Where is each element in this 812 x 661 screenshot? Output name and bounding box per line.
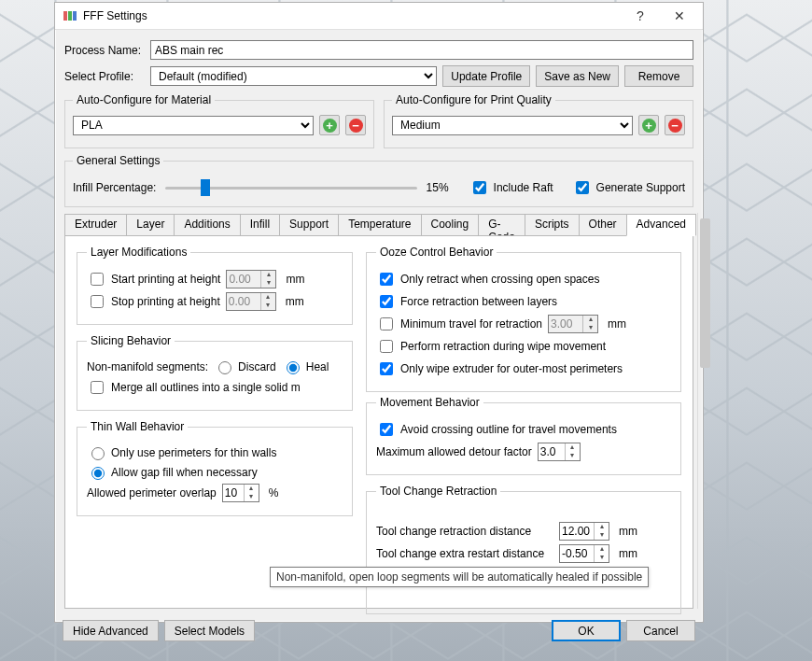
minus-icon: − (349, 119, 363, 133)
tab-gcode[interactable]: G-Code (478, 214, 525, 236)
toolchange-legend: Tool Change Retraction (376, 485, 500, 498)
advanced-tab-body: Layer Modifications Start printing at he… (64, 235, 693, 609)
min-travel-check[interactable]: Minimum travel for retraction (376, 315, 542, 333)
tc-extra-label: Tool change extra restart distance (376, 547, 553, 560)
unit-mm: mm (619, 547, 637, 560)
merge-outlines-check[interactable]: Merge all outlines into a single solid m (87, 378, 301, 397)
tab-temperature[interactable]: Temperature (338, 214, 421, 236)
thinwall-legend: Thin Wall Behavior (87, 420, 188, 433)
help-button[interactable]: ? (621, 3, 660, 29)
include-raft-label: Include Raft (494, 181, 553, 194)
svg-rect-2 (73, 11, 77, 21)
stop-height-label: Stop printing at height (111, 295, 220, 308)
tc-extra-value[interactable]: ▴▾ (559, 544, 609, 563)
ooze-legend: Ooze Control Behavior (376, 246, 497, 259)
overlap-value[interactable]: ▴▾ (222, 484, 259, 502)
force-retraction-check[interactable]: Force retraction between layers (376, 292, 557, 311)
retract-open-check[interactable]: Only retract when crossing open spaces (376, 270, 599, 288)
tab-cooling[interactable]: Cooling (421, 214, 480, 236)
tab-scripts[interactable]: Scripts (525, 214, 580, 236)
material-select[interactable]: PLA (73, 116, 314, 135)
titlebar: FFF Settings ? ✕ (55, 3, 703, 30)
movement-legend: Movement Behavior (376, 396, 483, 409)
heal-radio[interactable]: Heal (282, 359, 329, 374)
heal-tooltip: Non-manifold, open loop segments will be… (270, 567, 649, 587)
save-as-new-button[interactable]: Save as New (536, 65, 619, 87)
close-button[interactable]: ✕ (660, 3, 699, 29)
layer-modifications-group: Layer Modifications Start printing at he… (77, 246, 353, 325)
slider-thumb[interactable] (201, 179, 210, 196)
discard-radio[interactable]: Discard (214, 359, 276, 374)
start-height-value[interactable]: ▴▾ (226, 270, 276, 288)
perform-wipe-check[interactable]: Perform retraction during wipe movement (376, 337, 606, 356)
stop-height-value[interactable]: ▴▾ (226, 292, 276, 311)
auto-quality-legend: Auto-Configure for Print Quality (392, 93, 555, 106)
profile-select[interactable]: Default (modified) (150, 66, 437, 86)
start-height-label: Start printing at height (111, 273, 220, 286)
tc-dist-label: Tool change retraction distance (376, 525, 553, 538)
scrollbar-thumb[interactable] (700, 218, 710, 368)
layer-mods-legend: Layer Modifications (87, 246, 190, 259)
add-quality-button[interactable]: + (638, 115, 659, 135)
remove-profile-button[interactable]: Remove (624, 65, 693, 87)
movement-behavior-group: Movement Behavior Avoid crossing outline… (366, 396, 681, 475)
slicing-legend: Slicing Behavior (87, 334, 175, 347)
slicing-behavior-group: Slicing Behavior Non-manifold segments: … (77, 334, 353, 411)
tool-change-group: Tool Change Retraction Tool change retra… (366, 485, 681, 614)
auto-material-legend: Auto-Configure for Material (73, 93, 215, 106)
infill-label: Infill Percentage: (73, 181, 156, 194)
auto-quality-group: Auto-Configure for Print Quality Medium … (384, 93, 693, 148)
thinwall-gapfill-radio[interactable]: Allow gap fill when necessary (87, 464, 258, 480)
merge-outlines-label: Merge all outlines into a single solid m (111, 381, 301, 394)
infill-slider[interactable] (165, 187, 416, 190)
tab-advanced[interactable]: Advanced (626, 214, 696, 236)
percent-unit: % (269, 486, 279, 499)
tab-area: Extruder Layer Additions Infill Support … (64, 213, 693, 609)
nonmanifold-label: Non-manifold segments: (87, 360, 208, 373)
start-height-check[interactable]: Start printing at height (87, 270, 220, 288)
tab-extruder[interactable]: Extruder (64, 214, 127, 236)
detour-label: Maximum allowed detour factor (376, 445, 532, 458)
tab-layer[interactable]: Layer (126, 214, 175, 236)
infill-value: 15% (427, 181, 460, 194)
tab-additions[interactable]: Additions (174, 214, 240, 236)
auto-material-group: Auto-Configure for Material PLA + − (64, 93, 374, 148)
generate-support-label: Generate Support (596, 181, 685, 194)
plus-icon: + (642, 119, 656, 133)
update-profile-button[interactable]: Update Profile (442, 65, 530, 87)
select-profile-label: Select Profile: (64, 70, 145, 83)
minus-icon: − (668, 119, 682, 133)
thin-wall-group: Thin Wall Behavior Only use perimeters f… (77, 420, 353, 516)
remove-material-button[interactable]: − (345, 115, 366, 135)
unit-mm: mm (286, 273, 304, 286)
avoid-outline-check[interactable]: Avoid crossing outline for travel moveme… (376, 420, 617, 439)
unit-mm: mm (608, 317, 626, 330)
quality-select[interactable]: Medium (392, 116, 633, 135)
detour-value[interactable]: ▴▾ (538, 443, 581, 461)
ooze-control-group: Ooze Control Behavior Only retract when … (366, 246, 681, 392)
add-material-button[interactable]: + (319, 115, 340, 135)
dialog-body: Process Name: Select Profile: Default (m… (55, 30, 703, 614)
remove-quality-button[interactable]: − (665, 115, 685, 135)
tab-infill[interactable]: Infill (240, 214, 280, 236)
tab-other[interactable]: Other (579, 214, 627, 236)
tc-dist-value[interactable]: ▴▾ (559, 522, 609, 541)
window-title: FFF Settings (83, 9, 621, 22)
general-settings-group: General Settings Infill Percentage: 15% … (64, 154, 693, 207)
tab-bar: Extruder Layer Additions Infill Support … (64, 213, 693, 235)
fff-settings-dialog: FFF Settings ? ✕ Process Name: Select Pr… (54, 2, 704, 623)
general-settings-legend: General Settings (73, 154, 163, 167)
process-name-label: Process Name: (64, 44, 145, 57)
include-raft-check[interactable]: Include Raft (469, 178, 553, 197)
plus-icon: + (323, 119, 337, 133)
vertical-scrollbar[interactable] (697, 213, 698, 609)
min-travel-value[interactable]: ▴▾ (548, 315, 598, 333)
wipe-outer-check[interactable]: Only wipe extruder for outer-most perime… (376, 359, 623, 378)
stop-height-check[interactable]: Stop printing at height (87, 292, 220, 311)
overlap-label: Allowed perimeter overlap (87, 486, 217, 499)
thinwall-perimeters-radio[interactable]: Only use perimeters for thin walls (87, 444, 276, 460)
process-name-input[interactable] (150, 40, 693, 60)
generate-support-check[interactable]: Generate Support (572, 178, 685, 197)
svg-rect-0 (63, 11, 67, 21)
tab-support[interactable]: Support (279, 214, 339, 236)
